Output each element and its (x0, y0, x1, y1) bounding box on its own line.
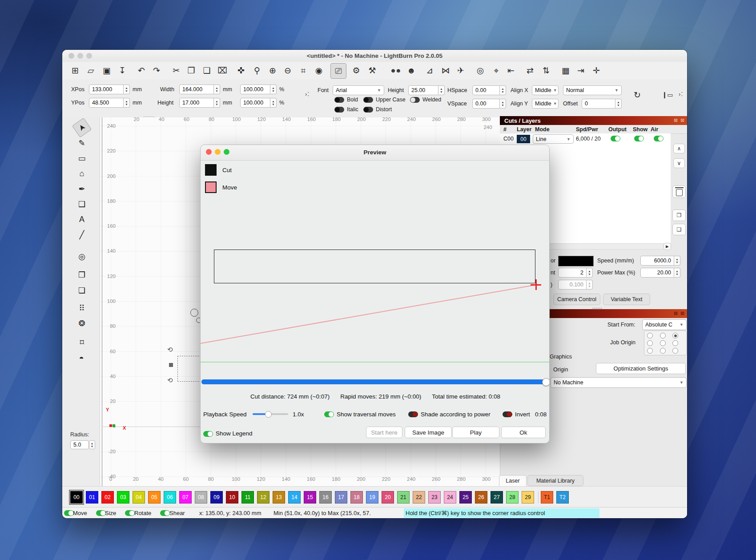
status-toggle-shear[interactable] (160, 510, 170, 516)
job-origin-radio-2-1[interactable] (660, 348, 666, 354)
float-panel-icon[interactable]: ⊠ (674, 310, 678, 316)
dome-tool-icon[interactable]: ◖ (75, 351, 89, 365)
rotate-handle-icon[interactable]: ⟲ (167, 346, 173, 354)
width-percent-stepper[interactable]: ▲▼ (270, 85, 277, 94)
palette-swatch-14[interactable]: 14 (288, 491, 301, 504)
paste-icon[interactable]: ❏ (199, 62, 214, 79)
layer-color-chip[interactable]: 00 (517, 135, 530, 143)
status-toggle-rotate[interactable] (125, 510, 135, 516)
copy-icon[interactable]: ❐ (184, 62, 199, 79)
boolean-subtract-tool-icon[interactable]: ❏ (75, 283, 89, 298)
welded-toggle[interactable] (410, 97, 420, 103)
palette-swatch-10[interactable]: 10 (226, 491, 238, 504)
rotate-handle-icon[interactable]: ⟲ (167, 376, 173, 384)
refresh-icon[interactable]: ↻ (630, 89, 645, 101)
copy-settings-button[interactable]: ❐ (672, 209, 686, 221)
offset-stepper[interactable]: ▲▼ (615, 99, 622, 109)
optimization-settings-button[interactable]: Optimization Settings (596, 363, 686, 374)
tab-variable-text[interactable]: Variable Text (603, 294, 650, 305)
undo-icon[interactable]: ↶ (134, 62, 149, 79)
count-field[interactable]: 2 (558, 268, 587, 278)
dock-icon[interactable]: ⇥ (573, 62, 588, 79)
vspace-field[interactable]: 0.00 (472, 99, 500, 109)
job-origin-radio-0-1[interactable] (660, 333, 666, 338)
float-panel-icon[interactable]: ⊠ (674, 117, 678, 123)
ypos-field[interactable]: 48.500 (89, 98, 124, 108)
job-origin-radio-1-0[interactable] (647, 340, 653, 346)
pattern-tool-icon[interactable]: ❂ (75, 316, 89, 330)
cut-icon[interactable]: ✂ (169, 62, 184, 79)
palette-swatch-24[interactable]: 24 (444, 491, 456, 504)
job-origin-radio-0-2[interactable] (672, 333, 678, 338)
palette-swatch-16[interactable]: 16 (319, 491, 332, 504)
palette-swatch-15[interactable]: 15 (304, 491, 316, 504)
job-origin-radio-0-0[interactable] (647, 333, 653, 338)
layer-down-button[interactable]: ∨ (673, 158, 685, 168)
palette-swatch-00[interactable]: 00 (70, 491, 83, 504)
warp-tool-icon[interactable]: ⌑ (75, 335, 89, 350)
radius-stepper[interactable]: ▲▼ (89, 440, 95, 449)
pan-zoom-icon[interactable]: ⚲ (249, 62, 265, 79)
job-origin-radio-2-0[interactable] (647, 348, 653, 354)
move-tool-icon[interactable]: ✜ (233, 62, 249, 79)
width-stepper[interactable]: ▲▼ (214, 85, 220, 94)
cuts-layers-header[interactable]: Cuts / Layers (500, 116, 687, 125)
multi-user-icon[interactable]: ☻☻ (388, 62, 403, 79)
layer-show-toggle[interactable] (634, 136, 644, 141)
width-field[interactable]: 164.000 (179, 85, 214, 94)
user-icon[interactable]: ☻ (404, 62, 419, 79)
scroll-right-button[interactable]: ▶ (664, 243, 671, 250)
job-origin-radio-1-1[interactable] (660, 340, 666, 346)
scale-handle[interactable] (169, 363, 173, 367)
xpos-field[interactable]: 133.000 (89, 85, 124, 94)
status-toggle-size[interactable] (96, 510, 106, 516)
close-panel-icon[interactable]: ⊠ (680, 310, 684, 316)
width-percent-field[interactable]: 100.000 (240, 85, 270, 94)
tab-laser[interactable]: Laser (499, 475, 527, 487)
palette-swatch-25[interactable]: 25 (459, 491, 472, 504)
xpos-stepper[interactable]: ▲▼ (124, 85, 130, 94)
close-panel-icon[interactable]: ⊠ (680, 117, 684, 123)
preview-icon[interactable]: ⎚ (330, 63, 346, 79)
boolean-weld-tool-icon[interactable]: ❐ (75, 268, 89, 282)
hspace-field[interactable]: 0.00 (472, 85, 500, 95)
power-stepper[interactable]: ▲▼ (674, 268, 680, 278)
palette-swatch-04[interactable]: 04 (133, 491, 145, 504)
redo-icon[interactable]: ↷ (149, 62, 164, 79)
invert-toggle[interactable] (503, 411, 512, 417)
rectangle-tool-icon[interactable]: ▭ (75, 151, 89, 165)
expander-icon[interactable]: ›⁚ (305, 91, 310, 97)
palette-swatch-19[interactable]: 19 (366, 491, 378, 504)
palette-swatch-18[interactable]: 18 (350, 491, 363, 504)
font-height-field[interactable]: 25.00 (408, 85, 438, 95)
shape-circle[interactable] (190, 309, 198, 317)
focus-target-icon[interactable]: ◎ (473, 62, 488, 79)
palette-swatch-20[interactable]: 20 (382, 491, 394, 504)
import-icon[interactable]: ↧ (115, 62, 130, 79)
save-file-icon[interactable]: ▣ (99, 62, 114, 79)
height-percent-field[interactable]: 100.000 (240, 98, 270, 108)
italic-toggle[interactable] (334, 107, 344, 113)
array-tool-icon[interactable]: ⠿ (75, 301, 89, 315)
palette-swatch-12[interactable]: 12 (257, 491, 269, 504)
palette-swatch-03[interactable]: 03 (117, 491, 129, 504)
offset-field[interactable]: 0 (582, 99, 615, 109)
zoom-out-icon[interactable]: ⊖ (280, 62, 295, 79)
flip-horizontal-icon[interactable]: ⋈ (438, 62, 453, 79)
palette-swatch-23[interactable]: 23 (428, 491, 441, 504)
edit-nodes-tool-icon[interactable]: ❑ (75, 197, 89, 211)
position-laser-icon[interactable]: ⌖ (489, 62, 504, 79)
tab-camera-control[interactable]: Camera Control (553, 294, 600, 305)
settings-gear-icon[interactable]: ⚙ (349, 62, 364, 79)
show-traversal-toggle[interactable] (324, 411, 334, 417)
open-file-icon[interactable]: ▱ (83, 62, 98, 79)
playback-progress-bar[interactable] (201, 379, 549, 384)
preview-title-bar[interactable]: Preview (201, 145, 549, 161)
measure-tool-icon[interactable]: ╱ (75, 228, 89, 242)
dock-panel-icon[interactable]: ❙▭ (660, 89, 675, 101)
palette-swatch-07[interactable]: 07 (179, 491, 192, 504)
polygon-tool-icon[interactable]: ⌂ (75, 166, 89, 181)
distort-toggle[interactable] (363, 107, 373, 113)
palette-swatch-27[interactable]: 27 (491, 491, 503, 504)
font-select[interactable]: Arial▼ (333, 85, 384, 95)
